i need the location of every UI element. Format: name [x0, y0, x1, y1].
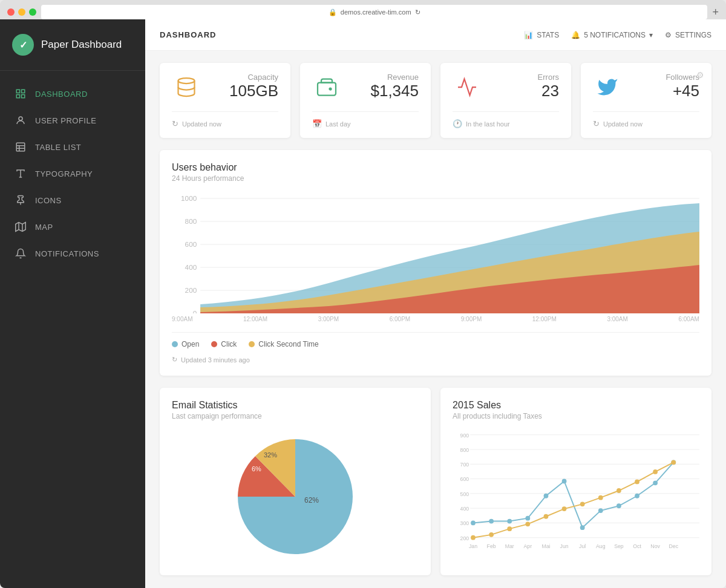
svg-point-50	[489, 519, 494, 524]
svg-text:Nov: Nov	[650, 543, 660, 549]
stats-button[interactable]: 📊 STATS	[524, 31, 559, 39]
sales-subtitle: All products including Taxes	[453, 412, 699, 420]
table-icon	[15, 141, 27, 153]
stat-card-database: Capacity 105GB ↻ Updated now	[160, 63, 290, 138]
dashboard-icon	[15, 88, 27, 100]
wallet-icon	[312, 73, 341, 102]
svg-point-49	[471, 521, 476, 526]
page-title: DASHBOARD	[160, 30, 217, 39]
pin-icon	[15, 194, 27, 206]
legend-dot	[211, 341, 217, 347]
stats-icon: 📊	[524, 31, 533, 39]
add-tab-button[interactable]: +	[712, 6, 719, 19]
sales-2015-card: 2015 Sales All products including Taxes	[440, 388, 711, 575]
svg-text:800: 800	[460, 447, 469, 453]
nav-label: Dashboard	[35, 90, 88, 99]
sidebar: ✓ Paper Dashboard DashboardUser ProfileT…	[0, 19, 145, 588]
svg-point-72	[671, 460, 676, 465]
footer-icon: ↻	[593, 119, 600, 128]
sidebar-item-user-profile[interactable]: User Profile	[0, 107, 145, 134]
sidebar-nav: DashboardUser ProfileTable ListTypograph…	[0, 71, 145, 588]
close-button[interactable]	[7, 8, 15, 16]
stat-card-header: Revenue $1,345	[312, 73, 419, 102]
svg-text:400: 400	[185, 264, 197, 271]
stat-card-twitter: Followers +45 ⚙ ↻ Updated now	[581, 63, 711, 138]
svg-point-52	[525, 516, 530, 521]
app-container: ✓ Paper Dashboard DashboardUser ProfileT…	[0, 19, 726, 588]
legend-dot	[172, 341, 178, 347]
sidebar-item-notifications[interactable]: Notifications	[0, 240, 145, 267]
nav-label: Typography	[35, 169, 93, 178]
svg-text:300: 300	[460, 520, 469, 526]
stat-label: Revenue	[370, 73, 419, 82]
sidebar-item-dashboard[interactable]: Dashboard	[0, 80, 145, 107]
svg-point-53	[544, 494, 549, 498]
svg-point-69	[616, 488, 621, 493]
bell-icon	[15, 247, 27, 260]
notifications-button[interactable]: 🔔 5 NOTIFICATIONS ▾	[571, 31, 653, 39]
footer-icon: 📅	[312, 119, 322, 128]
topbar: DASHBOARD 📊 STATS 🔔 5 NOTIFICATIONS ▾ ⚙ …	[145, 19, 726, 51]
chart-subtitle: 24 Hours performance	[172, 174, 699, 183]
pie-chart-container: 62% 6% 32%	[172, 430, 419, 563]
sidebar-item-map[interactable]: Map	[0, 214, 145, 240]
users-behavior-card: Users behavior 24 Hours performance 1000…	[160, 150, 711, 376]
svg-text:200: 200	[185, 287, 197, 294]
svg-text:Aug: Aug	[596, 543, 606, 549]
line-chart-container: 900 800 700 600 500 400 300 200	[453, 430, 699, 554]
legend-item-click-second-time: Click Second Time	[249, 340, 318, 348]
email-statistics-card: Email Statistics Last campaign performan…	[160, 388, 431, 575]
area-chart-svg: 1000 800 600 400 200 0	[172, 192, 699, 313]
stat-footer: ↻ Updated now	[593, 111, 699, 128]
stat-card-header: Capacity 105GB	[172, 73, 278, 102]
stat-footer: 📅 Last day	[312, 111, 419, 128]
svg-point-15	[178, 78, 195, 83]
svg-text:Jul: Jul	[579, 543, 586, 549]
nav-label: Map	[35, 223, 53, 232]
address-bar[interactable]: 🔒 demos.creative-tim.com ↻	[41, 5, 707, 19]
topbar-actions: 📊 STATS 🔔 5 NOTIFICATIONS ▾ ⚙ SETTINGS	[524, 31, 711, 39]
svg-text:1000: 1000	[181, 195, 197, 202]
logo-text: Paper Dashboard	[41, 39, 122, 51]
svg-text:800: 800	[185, 218, 197, 225]
svg-text:600: 600	[460, 476, 469, 482]
legend-label: Click	[221, 340, 237, 348]
chart-title: Users behavior	[172, 162, 699, 173]
svg-point-54	[562, 479, 567, 484]
stat-footer: 🕐 In the last hour	[453, 111, 559, 128]
stat-value: 105GB	[229, 82, 278, 100]
chart-legend: OpenClickClick Second Time	[172, 332, 699, 348]
svg-text:700: 700	[460, 462, 469, 468]
svg-text:600: 600	[185, 241, 197, 248]
sidebar-item-icons[interactable]: Icons	[0, 187, 145, 214]
chart-footer: ↻ Updated 3 minutes ago	[172, 356, 699, 364]
map-icon	[15, 221, 27, 233]
svg-point-67	[580, 501, 585, 506]
sidebar-item-typography[interactable]: Typography	[0, 160, 145, 187]
svg-point-70	[635, 480, 639, 485]
svg-rect-1	[22, 90, 25, 93]
reload-icon[interactable]: ↻	[415, 8, 420, 16]
footer-text: In the last hour	[466, 120, 510, 128]
svg-rect-0	[16, 90, 19, 93]
x-axis-labels: 9:00AM12:00AM3:00PM6:00PM9:00PM12:00PM3:…	[172, 313, 699, 322]
svg-text:6%: 6%	[252, 465, 261, 472]
twitter-icon	[593, 73, 622, 102]
legend-label: Open	[182, 340, 199, 348]
stat-label: Followers	[666, 73, 699, 82]
svg-point-66	[562, 506, 567, 511]
stats-cards-row: Capacity 105GB ↻ Updated now Revenue $1,…	[145, 51, 726, 150]
person-icon	[15, 114, 27, 126]
svg-point-58	[635, 494, 639, 498]
settings-icon[interactable]: ⚙	[696, 70, 704, 80]
activity-icon	[453, 73, 482, 102]
settings-button[interactable]: ⚙ SETTINGS	[665, 31, 711, 39]
footer-icon: 🕐	[453, 119, 462, 128]
svg-text:200: 200	[460, 535, 469, 541]
stat-card-header: Followers +45 ⚙	[593, 73, 699, 102]
dropdown-icon: ▾	[649, 31, 653, 39]
minimize-button[interactable]	[18, 8, 25, 16]
sidebar-item-table-list[interactable]: Table List	[0, 134, 145, 160]
main-content: DASHBOARD 📊 STATS 🔔 5 NOTIFICATIONS ▾ ⚙ …	[145, 19, 726, 588]
maximize-button[interactable]	[29, 8, 36, 16]
